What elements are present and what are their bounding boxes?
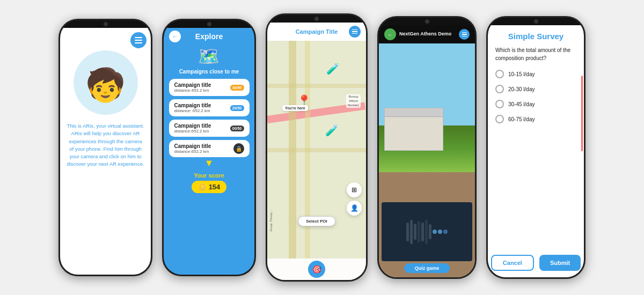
location-button[interactable]: 👤 (347, 201, 362, 216)
ar-building-roof (385, 108, 443, 117)
phone-4-notch (379, 18, 475, 25)
back-button[interactable]: ← (169, 31, 181, 42)
campaign-card-4[interactable]: Campaign title distance:652.2 km 🔒 (169, 140, 250, 157)
score-section: Your score 🪙 154 (192, 172, 227, 193)
layers-button[interactable]: ⊞ (347, 182, 362, 197)
radio-2[interactable] (495, 85, 504, 93)
ar-title: NextGen Athens Demo (399, 31, 456, 38)
cancel-button[interactable]: Cancel (491, 255, 534, 271)
ar-screen: ← NextGen Athens Demo (379, 25, 475, 277)
radio-3[interactable] (495, 100, 504, 108)
survey-option-3[interactable]: 30-45 l/day (495, 100, 576, 108)
camera-dot (104, 22, 108, 26)
map-body[interactable]: 📍 🧪 🧪 You're here ΦυτώρΑθηνάNursery Sele… (267, 41, 366, 259)
submit-button[interactable]: Submit (539, 255, 581, 271)
chevron-down-icon: ▼ (204, 158, 214, 168)
score-value: 154 (209, 183, 221, 191)
survey-option-1[interactable]: 10-15 l/day (495, 70, 576, 78)
camera-dot-4 (425, 19, 429, 24)
survey-question: Which is the total amount of the composi… (495, 46, 576, 62)
explore-icon-area: 🗺️ Campaigns close to me (179, 44, 239, 79)
aris-intro-screen: 🧒 This is ARis, your virtual assistant. … (60, 28, 151, 275)
ar-building (384, 108, 443, 151)
campaign-4-dist: distance:652.2 km (174, 149, 211, 154)
explore-header: ← Explore (164, 28, 254, 44)
campaign-2-badge: 20/50 (230, 105, 244, 111)
campaign-3-dist: distance:652.2 km (174, 129, 211, 134)
map-potion-2: 🧪 (325, 124, 339, 137)
option-label-4: 60-75 l/day (508, 116, 535, 122)
ar-valve-3 (443, 230, 448, 234)
campaign-1-dist: distance:452.2 km (174, 88, 211, 93)
campaign-card-1[interactable]: Campaign title distance:452.2 km 40/50 (169, 79, 250, 96)
phones-container: 🧒 This is ARis, your virtual assistant. … (0, 8, 644, 287)
ar-pipe-7 (429, 224, 431, 239)
camera-dot-5 (534, 19, 538, 24)
option-label-3: 30-45 l/day (508, 101, 535, 107)
survey-option-2[interactable]: 20-30 l/day (495, 85, 576, 93)
quiz-game-button[interactable]: Quiz game (404, 263, 450, 273)
ar-valve-2 (438, 230, 442, 234)
score-badge: 🪙 154 (192, 181, 227, 193)
phone-4: ← NextGen Athens Demo (377, 16, 477, 279)
campaign-3-badge: 00/50 (230, 126, 244, 131)
phone-2-notch (164, 20, 254, 28)
menu-button[interactable] (130, 32, 147, 48)
ar-back-button[interactable]: ← (384, 28, 396, 40)
ar-pipe-1 (406, 223, 409, 241)
campaign-2-dist: distance: 652.2 km (174, 108, 211, 113)
map-menu-button[interactable] (349, 26, 361, 38)
aris-character: 🧒 (85, 69, 126, 101)
campaigns-label: Campaigns close to me (179, 69, 239, 75)
map-poi-label: ΦυτώρΑθηνάNursery (346, 94, 361, 108)
campaign-1-info: Campaign title distance:452.2 km (174, 82, 211, 93)
map-potion-1: 🧪 (326, 62, 340, 75)
map-bottom-bar: 🎯 (267, 259, 366, 280)
camera-dot-2 (207, 22, 211, 26)
campaign-4-info: Campaign title distance:652.2 km (174, 143, 211, 154)
explore-screen: ← Explore 🗺️ Campaigns close to me Campa… (164, 28, 254, 275)
phone-5: Simple Survey Which is the total amount … (486, 16, 586, 279)
survey-actions: Cancel Submit (495, 255, 576, 271)
ar-pipe-4 (418, 221, 420, 242)
camera-dot-3 (314, 17, 319, 21)
scroll-bar (581, 76, 583, 151)
campaign-4-lock-icon: 🔒 (233, 143, 244, 154)
map-title: Campaign Title (284, 28, 349, 35)
coin-icon: 🪙 (198, 183, 207, 191)
campaign-1-title: Campaign title (174, 82, 211, 88)
option-label-2: 20-30 l/day (508, 86, 535, 92)
map-header: Campaign Title (267, 23, 366, 41)
radio-4[interactable] (495, 115, 504, 123)
ar-pipe-2 (410, 220, 413, 244)
survey-option-4[interactable]: 60-75 l/day (495, 115, 576, 123)
ar-menu-button[interactable] (459, 29, 470, 40)
ar-pipe-6 (425, 220, 428, 244)
campaign-4-title: Campaign title (174, 143, 211, 149)
phone-5-notch (488, 18, 584, 25)
select-poi-button[interactable]: Select POI (298, 216, 335, 226)
campaign-card-3[interactable]: Campaign title distance:652.2 km 00/50 (169, 120, 250, 137)
map-center-button[interactable]: 🎯 (308, 261, 325, 278)
map-road-h1 (267, 84, 366, 88)
explore-title: Explore (195, 32, 223, 41)
phone-3-screen: Campaign Title 📍 (267, 23, 366, 280)
map-road-h2 (267, 148, 366, 152)
you-are-here-label: You're here (282, 105, 308, 111)
ar-scene: Quiz game (379, 43, 475, 277)
aris-description: This is ARis, your virtual assistant. AR… (64, 122, 147, 168)
radio-1[interactable] (495, 70, 504, 78)
option-label-1: 10-15 l/day (508, 71, 535, 77)
ar-machine-base (382, 202, 472, 261)
phone-3: Campaign Title 📍 (266, 13, 368, 282)
road-label-1: Λεωφ. Παναγ... (269, 210, 273, 232)
ar-pipe-3 (414, 224, 416, 240)
campaign-card-2[interactable]: Campaign title distance: 652.2 km 20/50 (169, 99, 250, 116)
map-treasure-icon: 🗺️ (198, 46, 219, 67)
aris-avatar-circle: 🧒 (74, 50, 138, 115)
campaign-2-title: Campaign title (174, 102, 211, 108)
map-screen: Campaign Title 📍 (267, 23, 366, 280)
score-label: Your score (194, 172, 224, 179)
ar-valve-1 (433, 230, 437, 234)
ar-header: ← NextGen Athens Demo (379, 25, 475, 43)
